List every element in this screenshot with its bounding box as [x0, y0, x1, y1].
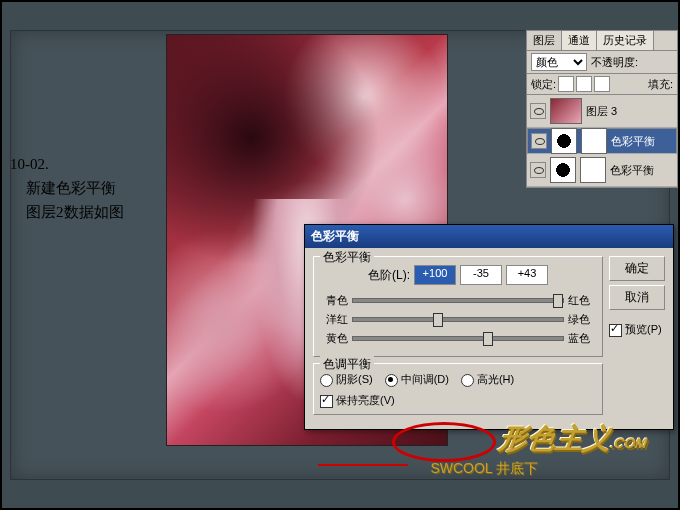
layers-panel: 图层 通道 历史记录 颜色 不透明度: 锁定: 填充: 图层 3 色彩平衡 — [526, 30, 678, 188]
level-cyan-red[interactable]: +100 — [414, 265, 456, 285]
fill-label: 填充: — [648, 77, 673, 92]
adjustment-thumb — [551, 128, 577, 154]
slider-left-label: 青色 — [320, 293, 348, 308]
caption-l2: 新建色彩平衡 — [10, 176, 124, 200]
tutorial-stage: 10-02. 新建色彩平衡 图层2数据如图 图层 通道 历史记录 颜色 不透明度… — [0, 0, 680, 510]
visibility-icon[interactable] — [531, 133, 547, 149]
dialog-title[interactable]: 色彩平衡 — [305, 225, 673, 248]
annotation-underline — [318, 464, 408, 466]
watermark-url: SWCOOL 井底下 — [430, 460, 538, 478]
layer-row[interactable]: 色彩平衡 — [527, 128, 677, 154]
lock-pixels[interactable] — [558, 76, 574, 92]
group-label: 色彩平衡 — [320, 249, 374, 266]
step-caption: 10-02. 新建色彩平衡 图层2数据如图 — [10, 152, 124, 224]
slider-right-label: 红色 — [568, 293, 596, 308]
layer-row[interactable]: 色彩平衡 — [527, 154, 677, 187]
color-balance-group: 色彩平衡 色阶(L): +100 -35 +43 青色 红色 洋红 — [313, 256, 603, 357]
lock-position[interactable] — [576, 76, 592, 92]
mask-thumb — [580, 157, 606, 183]
tab-layers[interactable]: 图层 — [527, 31, 562, 50]
level-magenta-green[interactable]: -35 — [460, 265, 502, 285]
radio-shadows[interactable]: 阴影(S) — [320, 372, 373, 387]
layer-name: 色彩平衡 — [610, 163, 654, 178]
slider-thumb[interactable] — [483, 332, 493, 346]
layer-name: 色彩平衡 — [611, 134, 655, 149]
level-yellow-blue[interactable]: +43 — [506, 265, 548, 285]
slider-magenta-green[interactable] — [352, 317, 564, 322]
cancel-button[interactable]: 取消 — [609, 285, 665, 310]
adjustment-thumb — [550, 157, 576, 183]
slider-yellow-blue[interactable] — [352, 336, 564, 341]
mask-thumb — [581, 128, 607, 154]
caption-num: 10-02. — [10, 152, 124, 176]
slider-left-label: 洋红 — [320, 312, 348, 327]
layer-thumb — [550, 98, 582, 124]
levels-label: 色阶(L): — [368, 267, 410, 284]
ok-button[interactable]: 确定 — [609, 256, 665, 281]
checkbox-preserve-luminosity[interactable]: 保持亮度(V) — [320, 393, 395, 408]
panel-tabs: 图层 通道 历史记录 — [527, 31, 677, 51]
tone-balance-group: 色调平衡 阴影(S) 中间调(D) 高光(H) 保持亮度(V) — [313, 363, 603, 415]
tab-history[interactable]: 历史记录 — [597, 31, 654, 50]
caption-l3: 图层2数据如图 — [10, 200, 124, 224]
radio-midtones[interactable]: 中间调(D) — [385, 372, 449, 387]
radio-highlights[interactable]: 高光(H) — [461, 372, 514, 387]
slider-thumb[interactable] — [553, 294, 563, 308]
opacity-label: 不透明度: — [591, 55, 638, 70]
slider-cyan-red[interactable] — [352, 298, 564, 303]
slider-left-label: 黄色 — [320, 331, 348, 346]
layer-row[interactable]: 图层 3 — [527, 95, 677, 128]
slider-right-label: 绿色 — [568, 312, 596, 327]
lock-all[interactable] — [594, 76, 610, 92]
color-balance-dialog: 色彩平衡 色彩平衡 色阶(L): +100 -35 +43 青色 红色 — [304, 224, 674, 430]
slider-right-label: 蓝色 — [568, 331, 596, 346]
slider-thumb[interactable] — [433, 313, 443, 327]
group-label: 色调平衡 — [320, 356, 374, 373]
lock-label: 锁定: — [531, 77, 556, 92]
checkbox-preview[interactable]: 预览(P) — [609, 322, 665, 337]
tab-channels[interactable]: 通道 — [562, 31, 597, 50]
blend-mode-select[interactable]: 颜色 — [531, 53, 587, 71]
visibility-icon[interactable] — [530, 162, 546, 178]
visibility-icon[interactable] — [530, 103, 546, 119]
layer-name: 图层 3 — [586, 104, 617, 119]
